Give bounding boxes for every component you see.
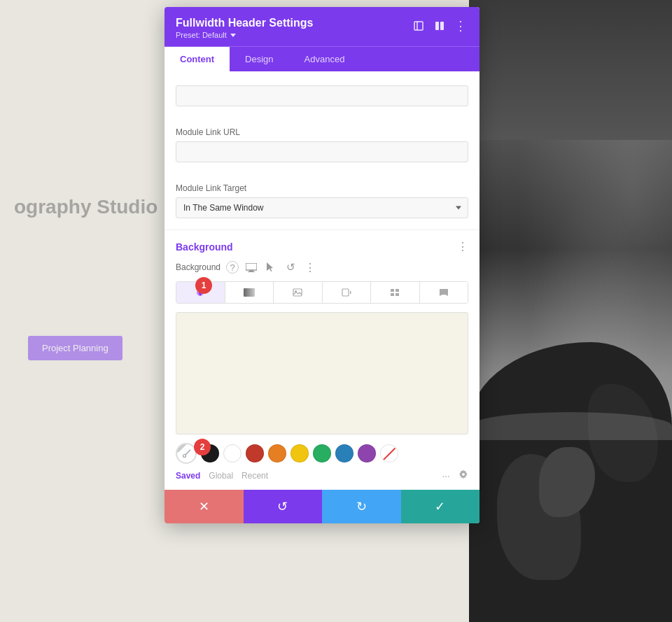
svg-rect-9 — [244, 288, 255, 297]
cursor-icon[interactable] — [264, 260, 278, 274]
module-link-url-input[interactable] — [176, 141, 468, 162]
sky-bg — [469, 0, 672, 140]
color-tabs-row: Saved Global Recent ··· — [176, 469, 468, 490]
svg-rect-0 — [414, 22, 423, 30]
modal-tabs: Content Design Advanced — [164, 46, 479, 71]
svg-marker-7 — [267, 262, 273, 271]
bg-type-gradient-tab[interactable] — [225, 282, 274, 303]
top-input-section — [164, 71, 479, 116]
desktop-icon[interactable] — [244, 260, 258, 274]
modal-header: Fullwidth Header Settings Preset: Defaul… — [164, 7, 479, 46]
bg-controls-label: Background — [176, 262, 220, 272]
color-tab-saved[interactable]: Saved — [176, 471, 200, 481]
module-link-target-select[interactable]: In The Same Window In A New Tab — [176, 197, 468, 218]
svg-rect-12 — [342, 289, 349, 296]
bg-section-title: Background — [176, 241, 233, 253]
color-tab-global[interactable]: Global — [209, 471, 233, 481]
modal-title: Fullwidth Header Settings — [176, 17, 313, 29]
bg-type-mask-tab[interactable] — [420, 282, 468, 303]
tab-design[interactable]: Design — [230, 47, 288, 71]
svg-rect-10 — [293, 289, 302, 296]
undo-button[interactable]: ↺ — [244, 490, 323, 523]
badge-1: 1 — [195, 277, 212, 294]
save-button[interactable]: ✓ — [401, 490, 480, 523]
tab-content[interactable]: Content — [164, 47, 230, 71]
badge-1-wrapper: 1 — [195, 277, 212, 294]
bg-type-video-tab[interactable] — [323, 282, 372, 303]
preset-dropdown-arrow — [230, 34, 236, 37]
svg-point-18 — [183, 455, 186, 458]
module-link-target-label: Module Link Target — [176, 183, 468, 193]
svg-point-19 — [462, 473, 465, 476]
modal-footer: ✕ ↺ ↻ ✓ — [164, 490, 479, 523]
svg-rect-4 — [246, 263, 257, 270]
color-tab-recent[interactable]: Recent — [241, 471, 268, 481]
swatch-red[interactable] — [246, 444, 264, 462]
svg-marker-13 — [350, 290, 351, 295]
module-link-url-label: Module Link URL — [176, 127, 468, 137]
help-icon[interactable]: ? — [226, 261, 239, 274]
module-link-url-section: Module Link URL — [164, 116, 479, 172]
project-planning-button: Project Planning — [28, 336, 122, 360]
svg-rect-3 — [440, 22, 444, 30]
svg-rect-14 — [391, 289, 394, 292]
more-vertical-icon[interactable]: ⋮ — [453, 18, 468, 34]
background-photo — [469, 0, 672, 622]
modal-preset[interactable]: Preset: Default — [176, 31, 313, 39]
more-horiz-icon[interactable]: ⋮ — [303, 260, 317, 274]
module-link-target-section: Module Link Target In The Same Window In… — [164, 172, 479, 218]
svg-rect-17 — [396, 293, 399, 296]
undo-small-icon[interactable]: ↺ — [284, 260, 298, 274]
svg-rect-6 — [248, 271, 255, 272]
color-tabs-dots: ··· — [442, 470, 450, 481]
bg-section-more-icon[interactable]: ⋮ — [457, 240, 468, 253]
bg-type-pattern-tab[interactable] — [371, 282, 420, 303]
resize-icon[interactable] — [411, 18, 426, 34]
color-swatches-row — [176, 443, 468, 469]
split-icon[interactable] — [432, 18, 447, 34]
modal-body: Module Link URL Module Link Target In Th… — [164, 71, 479, 490]
svg-rect-15 — [396, 289, 399, 292]
badge-2-wrapper: 2 — [194, 439, 211, 455]
bg-type-tabs-wrapper: 1 — [176, 281, 468, 304]
tab-advanced[interactable]: Advanced — [289, 47, 360, 71]
background-section: Background ⋮ Background ? — [164, 230, 479, 490]
redo-button[interactable]: ↻ — [322, 490, 401, 523]
module-link-target-wrapper: In The Same Window In A New Tab — [176, 197, 468, 218]
swatches-wrapper: 2 — [176, 443, 468, 469]
svg-rect-5 — [249, 270, 253, 271]
swatch-none[interactable] — [380, 444, 398, 462]
modal-title-block: Fullwidth Header Settings Preset: Defaul… — [176, 17, 313, 39]
modal-header-icons: ⋮ — [411, 18, 468, 34]
svg-rect-2 — [435, 22, 439, 30]
swatch-yellow[interactable] — [290, 444, 309, 462]
swatch-green[interactable] — [313, 444, 331, 462]
svg-rect-16 — [391, 293, 394, 296]
swatch-blue[interactable] — [335, 444, 354, 462]
bg-controls-row: Background ? ↺ — [176, 260, 468, 274]
swatch-orange[interactable] — [268, 444, 286, 462]
bg-type-image-tab[interactable] — [274, 282, 323, 303]
swatch-white[interactable] — [223, 444, 241, 462]
bg-section-header: Background ⋮ — [176, 240, 468, 253]
cancel-button[interactable]: ✕ — [164, 490, 244, 523]
badge-2: 2 — [194, 439, 211, 455]
color-picker-area[interactable] — [176, 312, 468, 434]
swatch-purple[interactable] — [358, 444, 376, 462]
module-link-text-input[interactable] — [176, 85, 468, 106]
color-tab-settings-icon[interactable] — [458, 469, 468, 481]
bg-studio-text: ography Studio — [14, 196, 158, 218]
bg-type-tabs — [176, 281, 468, 304]
settings-modal: Fullwidth Header Settings Preset: Defaul… — [164, 7, 479, 523]
wave-foam — [469, 412, 672, 440]
